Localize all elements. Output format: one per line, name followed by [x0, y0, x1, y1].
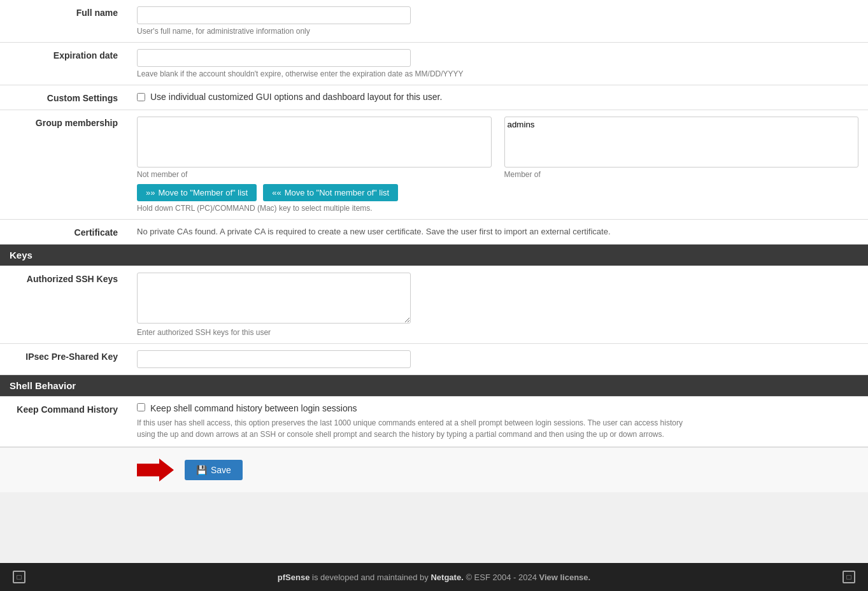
ipsec-label: IPsec Pre-Shared Key	[0, 344, 127, 375]
move-to-not-member-button[interactable]: «« Move to "Not member of" list	[263, 184, 398, 201]
custom-settings-checkbox-label: Use individual customized GUI options an…	[150, 92, 442, 102]
move-to-member-icon: »»	[146, 188, 155, 197]
not-member-label: Not member of	[137, 170, 492, 179]
full-name-input[interactable]	[137, 6, 411, 24]
move-to-not-member-icon: ««	[272, 188, 281, 197]
certificate-text: No private CAs found. A private CA is re…	[137, 227, 611, 236]
ipsec-input[interactable]	[137, 350, 411, 368]
keep-command-history-value-cell: Keep shell command history between login…	[127, 397, 868, 447]
ssh-keys-textarea[interactable]	[137, 273, 411, 324]
move-to-member-button[interactable]: »» Move to "Member of" list	[137, 184, 257, 201]
shell-behavior-section-header-row: Shell Behavior	[0, 375, 868, 397]
not-member-section: Not member of	[137, 117, 492, 179]
ssh-keys-value-cell: Enter authorized SSH keys for this user	[127, 266, 868, 344]
admins-option[interactable]: admins	[508, 120, 856, 130]
svg-marker-0	[137, 459, 174, 481]
group-membership-label: Group membership	[0, 110, 127, 220]
member-section: admins Member of	[504, 117, 859, 179]
keys-section-header-cell: Keys	[0, 245, 868, 266]
pfsense-brand: pfSense	[278, 573, 310, 582]
ipsec-row: IPsec Pre-Shared Key	[0, 344, 868, 375]
footer-text2: © ESF 2004 - 2024	[464, 573, 539, 582]
member-select[interactable]: admins	[504, 117, 859, 167]
save-button[interactable]: 💾 Save	[185, 460, 243, 480]
save-icon: 💾	[196, 465, 207, 475]
custom-settings-label: Custom Settings	[0, 85, 127, 110]
ssh-keys-help: Enter authorized SSH keys for this user	[137, 328, 858, 337]
view-license-link[interactable]: View license.	[539, 573, 590, 582]
ipsec-value-cell	[127, 344, 868, 375]
move-to-member-label: Move to "Member of" list	[158, 188, 248, 197]
expiration-date-value-cell: Leave blank if the account shouldn't exp…	[127, 43, 868, 85]
certificate-label: Certificate	[0, 220, 127, 245]
expiration-date-input[interactable]	[137, 49, 411, 67]
shell-behavior-section-header: Shell Behavior	[0, 375, 868, 396]
keep-command-history-checkbox-label: Keep shell command history between login…	[150, 403, 357, 413]
save-row: 💾 Save	[0, 447, 868, 492]
footer: □ pfSense is developed and maintained by…	[0, 563, 868, 591]
certificate-row: Certificate No private CAs found. A priv…	[0, 220, 868, 245]
custom-settings-checkbox[interactable]	[137, 93, 145, 101]
footer-center: pfSense is developed and maintained by N…	[25, 573, 843, 582]
save-button-label: Save	[211, 465, 231, 475]
footer-right-icon: □	[843, 571, 855, 583]
footer-text1: is developed and maintained by	[309, 573, 430, 582]
not-member-select[interactable]	[137, 117, 492, 167]
ssh-keys-row: Authorized SSH Keys Enter authorized SSH…	[0, 266, 868, 344]
keep-command-history-label: Keep Command History	[0, 397, 127, 447]
keys-section-header: Keys	[0, 245, 868, 266]
keys-section-header-row: Keys	[0, 245, 868, 266]
member-label: Member of	[504, 170, 859, 179]
custom-settings-row: Custom Settings Use individual customize…	[0, 85, 868, 110]
arrow-indicator	[137, 457, 175, 483]
keep-command-history-row: Keep Command History Keep shell command …	[0, 397, 868, 447]
move-to-not-member-label: Move to "Not member of" list	[285, 188, 390, 197]
full-name-help: User's full name, for administrative inf…	[137, 27, 858, 36]
custom-settings-value-cell: Use individual customized GUI options an…	[127, 85, 868, 110]
red-arrow-icon	[137, 457, 175, 483]
full-name-row: Full name User's full name, for administ…	[0, 0, 868, 43]
certificate-value-cell: No private CAs found. A private CA is re…	[127, 220, 868, 245]
keep-command-history-checkbox[interactable]	[137, 403, 145, 411]
full-name-value-cell: User's full name, for administrative inf…	[127, 0, 868, 43]
ctrl-help-text: Hold down CTRL (PC)/COMMAND (Mac) key to…	[137, 204, 858, 213]
full-name-label: Full name	[0, 0, 127, 43]
netgate-brand: Netgate.	[430, 573, 463, 582]
keep-command-history-description: If this user has shell access, this opti…	[137, 417, 691, 440]
group-membership-row: Group membership Not member of admins Me…	[0, 110, 868, 220]
expiration-date-label: Expiration date	[0, 43, 127, 85]
ssh-keys-label: Authorized SSH Keys	[0, 266, 127, 344]
expiration-date-help: Leave blank if the account shouldn't exp…	[137, 69, 858, 78]
shell-behavior-header-cell: Shell Behavior	[0, 375, 868, 397]
expiration-date-row: Expiration date Leave blank if the accou…	[0, 43, 868, 85]
group-membership-value-cell: Not member of admins Member of »» Move t…	[127, 110, 868, 220]
footer-left-icon: □	[13, 571, 25, 583]
